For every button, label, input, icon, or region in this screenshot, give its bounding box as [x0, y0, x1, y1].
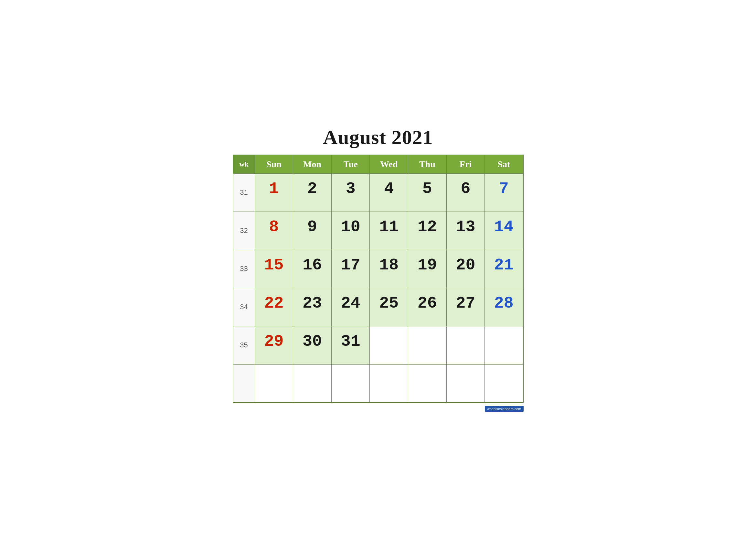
wk-cell: [233, 364, 255, 402]
wk-cell: 31: [233, 173, 255, 211]
wk-cell: 33: [233, 250, 255, 288]
day-cell[interactable]: [446, 326, 485, 364]
day-cell[interactable]: [255, 364, 293, 402]
table-row: 35293031: [233, 326, 523, 364]
day-number: 10: [336, 218, 365, 236]
day-cell[interactable]: [485, 326, 523, 364]
header-thu: Thu: [408, 155, 447, 174]
day-cell[interactable]: 1: [255, 173, 293, 211]
header-wed: Wed: [370, 155, 408, 174]
header-tue: Tue: [331, 155, 370, 174]
day-number: 2: [298, 180, 327, 198]
day-number: 1: [259, 180, 289, 198]
day-cell[interactable]: 5: [408, 173, 447, 211]
day-cell[interactable]: 11: [370, 211, 408, 250]
day-cell[interactable]: 8: [255, 211, 293, 250]
header-row: wk Sun Mon Tue Wed Thu Fri Sat: [233, 155, 523, 174]
day-cell[interactable]: 18: [370, 250, 408, 288]
day-cell[interactable]: 4: [370, 173, 408, 211]
day-cell[interactable]: 6: [446, 173, 485, 211]
day-number: 9: [298, 218, 327, 236]
day-cell[interactable]: 28: [485, 288, 523, 326]
day-cell[interactable]: 26: [408, 288, 447, 326]
day-cell[interactable]: 7: [485, 173, 523, 211]
calendar-title: August 2021: [233, 126, 524, 149]
wk-cell: 34: [233, 288, 255, 326]
day-cell[interactable]: 20: [446, 250, 485, 288]
day-number: 14: [489, 218, 518, 236]
day-cell[interactable]: 21: [485, 250, 523, 288]
day-cell[interactable]: [485, 364, 523, 402]
day-cell[interactable]: 14: [485, 211, 523, 250]
day-cell[interactable]: 9: [293, 211, 332, 250]
day-number: 29: [259, 332, 289, 351]
table-row: [233, 364, 523, 402]
wk-cell: 32: [233, 211, 255, 250]
day-number: 6: [451, 180, 480, 198]
day-number: 26: [413, 294, 442, 312]
day-cell[interactable]: 17: [331, 250, 370, 288]
day-number: 31: [336, 332, 365, 351]
day-cell[interactable]: 15: [255, 250, 293, 288]
day-cell[interactable]: 31: [331, 326, 370, 364]
day-cell[interactable]: [408, 326, 447, 364]
day-number: 30: [298, 332, 327, 351]
day-number: 16: [298, 256, 327, 274]
day-number: 11: [374, 218, 403, 236]
day-cell[interactable]: 22: [255, 288, 293, 326]
day-cell[interactable]: 23: [293, 288, 332, 326]
day-cell[interactable]: 16: [293, 250, 332, 288]
day-number: 8: [259, 218, 289, 236]
wk-header: wk: [233, 155, 255, 174]
day-cell[interactable]: [370, 364, 408, 402]
day-cell[interactable]: 12: [408, 211, 447, 250]
header-mon: Mon: [293, 155, 332, 174]
header-fri: Fri: [446, 155, 485, 174]
wk-cell: 35: [233, 326, 255, 364]
day-cell[interactable]: [293, 364, 332, 402]
day-cell[interactable]: 27: [446, 288, 485, 326]
table-row: 3422232425262728: [233, 288, 523, 326]
day-number: 25: [374, 294, 403, 312]
header-sat: Sat: [485, 155, 523, 174]
day-number: 22: [259, 294, 289, 312]
day-number: 13: [451, 218, 480, 236]
day-number: 7: [489, 180, 518, 198]
day-cell[interactable]: 10: [331, 211, 370, 250]
day-number: 28: [489, 294, 518, 312]
calendar-table: wk Sun Mon Tue Wed Thu Fri Sat 311234567…: [233, 155, 524, 403]
table-row: 311234567: [233, 173, 523, 211]
header-sun: Sun: [255, 155, 293, 174]
table-row: 32891011121314: [233, 211, 523, 250]
day-cell[interactable]: 29: [255, 326, 293, 364]
day-cell[interactable]: 25: [370, 288, 408, 326]
day-number: 23: [298, 294, 327, 312]
day-cell[interactable]: 2: [293, 173, 332, 211]
day-number: 3: [336, 180, 365, 198]
day-cell[interactable]: [408, 364, 447, 402]
day-cell[interactable]: 24: [331, 288, 370, 326]
day-cell[interactable]: 19: [408, 250, 447, 288]
day-cell[interactable]: [370, 326, 408, 364]
day-number: 27: [451, 294, 480, 312]
calendar-container: August 2021 wk Sun Mon Tue Wed Thu Fri S…: [223, 119, 533, 416]
day-number: 17: [336, 256, 365, 274]
watermark[interactable]: wheniscalendars.com: [485, 406, 524, 412]
day-number: 24: [336, 294, 365, 312]
day-cell[interactable]: [446, 364, 485, 402]
day-cell[interactable]: 3: [331, 173, 370, 211]
table-row: 3315161718192021: [233, 250, 523, 288]
day-number: 12: [413, 218, 442, 236]
day-cell[interactable]: [331, 364, 370, 402]
day-number: 18: [374, 256, 403, 274]
day-number: 19: [413, 256, 442, 274]
day-number: 4: [374, 180, 403, 198]
day-number: 5: [413, 180, 442, 198]
day-cell[interactable]: 30: [293, 326, 332, 364]
day-number: 20: [451, 256, 480, 274]
day-number: 21: [489, 256, 518, 274]
day-number: 15: [259, 256, 289, 274]
day-cell[interactable]: 13: [446, 211, 485, 250]
